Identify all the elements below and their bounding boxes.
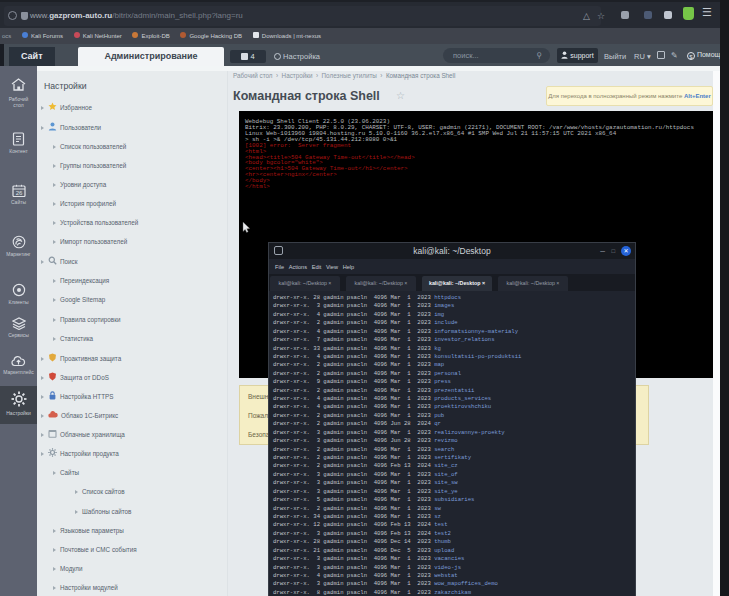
svg-text:26: 26: [15, 190, 22, 196]
